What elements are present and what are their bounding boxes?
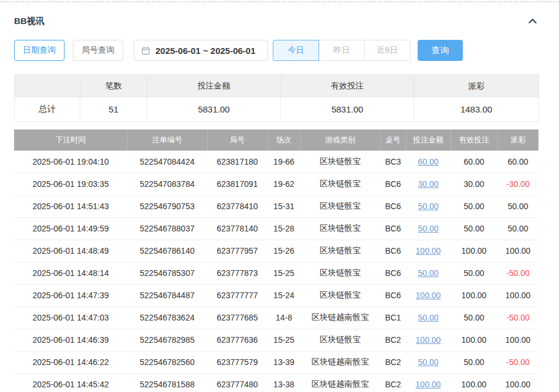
bet-amount-link[interactable]: 50.00 (406, 217, 450, 240)
round-number: 623778140 (207, 217, 267, 240)
order-number: 522546790753 (127, 195, 207, 217)
order-number: 522546782985 (127, 329, 207, 351)
collapse-chevron-up-icon[interactable] (527, 15, 538, 27)
table-number: BC6 (380, 262, 406, 284)
date-range-value: 2025-06-01 ~ 2025-06-01 (155, 46, 256, 56)
records-column-header: 游戏类别 (300, 129, 380, 151)
bet-amount-link[interactable]: 60.00 (406, 151, 450, 173)
quick-range-recent-8-days[interactable]: 近8日 (364, 40, 411, 61)
round-number: 623777636 (207, 329, 267, 351)
game-type: 区块链骰宝 (300, 217, 380, 240)
order-number: 522547083784 (127, 173, 207, 195)
summary-header-valid-bet: 有效投注 (281, 75, 414, 97)
bet-amount-link[interactable]: 100.00 (406, 240, 450, 262)
bet-amount-link[interactable]: 100.00 (406, 329, 450, 351)
valid-bet: 50.00 (450, 217, 497, 240)
session: 13-38 (267, 373, 300, 392)
bet-time: 2025-06-01 14:49:59 (14, 217, 127, 240)
round-number: 623778410 (207, 195, 267, 217)
payout: 100.00 (497, 329, 538, 351)
round-query-tab[interactable]: 局号查询 (73, 40, 123, 61)
bet-amount-link[interactable]: 50.00 (406, 195, 450, 217)
round-number: 623777579 (207, 351, 267, 373)
records-column-header: 派彩 (497, 129, 538, 151)
payout: 50.00 (497, 195, 538, 217)
date-range-input[interactable]: 2025-06-01 ~ 2025-06-01 (134, 40, 268, 61)
records-column-header: 局号 (207, 129, 267, 151)
table-number: BC6 (380, 284, 406, 306)
bet-amount-link[interactable]: 100.00 (406, 373, 450, 392)
bet-time: 2025-06-01 14:45:42 (14, 373, 127, 392)
quick-range-yesterday[interactable]: 昨日 (319, 40, 365, 61)
payout: 100.00 (497, 240, 538, 262)
summary-header-payout: 派彩 (414, 75, 539, 97)
bet-amount-link[interactable]: 30.00 (406, 173, 450, 195)
records-column-header: 场次 (267, 129, 300, 151)
valid-bet: 60.00 (450, 151, 497, 173)
table-number: BC2 (380, 373, 406, 392)
table-number: BC6 (380, 173, 406, 195)
records-column-header: 投注金额 (406, 129, 450, 151)
valid-bet: 50.00 (450, 351, 497, 373)
quick-range-group: 今日昨日近8日 (273, 40, 411, 61)
payout: -50.00 (497, 351, 538, 373)
date-query-tab[interactable]: 日期查询 (14, 40, 65, 61)
record-row: 2025-06-01 14:46:22522546782560623777579… (14, 351, 538, 373)
record-row: 2025-06-01 14:46:39522546782985623777636… (14, 329, 538, 351)
order-number: 522547084424 (127, 151, 207, 173)
game-type: 区块链越南骰宝 (300, 351, 380, 373)
summary-valid-bet-value: 5831.00 (281, 97, 414, 122)
summary-table: 笔数 投注金额 有效投注 派彩 总计 51 5831.00 5831.00 14… (14, 74, 539, 122)
valid-bet: 50.00 (450, 195, 497, 217)
record-row: 2025-06-01 19:04:10522547084424623817180… (14, 151, 538, 173)
session: 15-26 (267, 240, 300, 262)
records-column-header: 桌号 (380, 129, 406, 151)
session: 15-28 (267, 217, 300, 240)
order-number: 522546784487 (127, 284, 207, 306)
valid-bet: 100.00 (450, 373, 497, 392)
session: 15-25 (267, 262, 300, 284)
records-header-row: 下注时间注单编号局号场次游戏类别桌号投注金额有效投注派彩 (14, 129, 538, 151)
order-number: 522546781588 (127, 373, 207, 392)
bet-time: 2025-06-01 14:46:22 (14, 351, 127, 373)
order-number: 522546786140 (127, 240, 207, 262)
payout: 100.00 (497, 373, 538, 392)
game-type: 区块链越南骰宝 (300, 373, 380, 392)
session: 19-66 (267, 151, 300, 173)
bet-amount-link[interactable]: 50.00 (406, 351, 450, 373)
bet-amount-link[interactable]: 50.00 (406, 262, 450, 284)
bet-time: 2025-06-01 19:04:10 (14, 151, 127, 173)
bet-amount-link[interactable]: 100.00 (406, 284, 450, 306)
bet-amount-link[interactable]: 50.00 (406, 306, 450, 329)
record-row: 2025-06-01 14:48:14522546785307623777873… (14, 262, 538, 284)
valid-bet: 50.00 (450, 262, 497, 284)
record-row: 2025-06-01 14:47:39522546784487623777777… (14, 284, 538, 306)
record-row: 2025-06-01 14:51:43522546790753623778410… (14, 195, 538, 217)
table-number: BC3 (380, 151, 406, 173)
records-column-header: 下注时间 (14, 129, 127, 151)
quick-range-today[interactable]: 今日 (273, 40, 319, 61)
search-button[interactable]: 查询 (418, 40, 463, 61)
panel-title: BB视讯 (14, 16, 45, 27)
round-number: 623777957 (207, 240, 267, 262)
game-type: 区块链骰宝 (300, 284, 380, 306)
game-type: 区块链骰宝 (300, 240, 380, 262)
round-number: 623777480 (207, 373, 267, 392)
record-row: 2025-06-01 14:45:42522546781588623777480… (14, 373, 538, 392)
payout: 50.00 (497, 217, 538, 240)
summary-count-value: 51 (80, 97, 147, 122)
game-type: 区块链骰宝 (300, 195, 380, 217)
order-number: 522546783624 (127, 306, 207, 329)
summary-total-label: 总计 (15, 97, 80, 122)
order-number: 522546782560 (127, 351, 207, 373)
records-tbody: 2025-06-01 19:04:10522547084424623817180… (14, 151, 538, 392)
bet-time: 2025-06-01 14:48:14 (14, 262, 127, 284)
game-type: 区块链骰宝 (300, 329, 380, 351)
bet-time: 2025-06-01 19:03:35 (14, 173, 127, 195)
summary-header-bet-amount: 投注金额 (147, 75, 281, 97)
payout: -50.00 (497, 262, 538, 284)
table-number: BC1 (380, 306, 406, 329)
record-row: 2025-06-01 14:47:03522546783624623777685… (14, 306, 538, 329)
bet-time: 2025-06-01 14:46:39 (14, 329, 127, 351)
record-row: 2025-06-01 14:48:49522546786140623777957… (14, 240, 538, 262)
